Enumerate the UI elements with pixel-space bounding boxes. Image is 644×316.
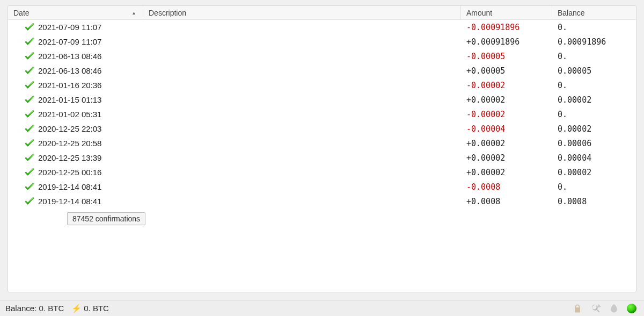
table-row[interactable]: 2021-07-09 11:07+0.000918960.00091896 [8, 34, 636, 49]
seed-icon[interactable] [609, 303, 619, 314]
confirmed-check-icon [24, 197, 35, 206]
table-row[interactable]: 2019-12-14 08:41-0.00080. [8, 179, 636, 194]
tx-amount: -0.00002 [461, 78, 552, 92]
tx-date: 2021-01-15 01:13 [38, 95, 101, 104]
tx-balance: 0. [552, 78, 636, 92]
column-header-amount-label: Amount [466, 9, 492, 17]
tx-date: 2021-01-02 05:31 [38, 110, 101, 119]
table-row[interactable]: 2021-06-13 08:46-0.000050. [8, 49, 636, 63]
sort-indicator-icon: ▴ [133, 10, 137, 16]
table-row[interactable]: 2019-12-14 08:41+0.00080.0008 [8, 194, 636, 209]
column-header-description-label: Description [149, 9, 186, 17]
tx-description [143, 63, 461, 78]
table-row[interactable]: 2021-06-13 08:46+0.000050.00005 [8, 63, 636, 78]
table-row[interactable]: 2021-01-02 05:31-0.000020. [8, 107, 636, 121]
confirmed-check-icon [24, 183, 35, 191]
table-row[interactable]: 2020-12-25 13:39+0.000020.00004 [8, 150, 636, 165]
tx-amount: +0.00005 [461, 63, 552, 78]
tx-amount: -0.00002 [461, 107, 552, 121]
tx-amount: -0.0008 [461, 179, 552, 194]
tx-balance: 0.00002 [552, 121, 636, 136]
status-balance: Balance: 0. BTC [5, 304, 64, 313]
tx-date: 2020-12-25 00:16 [38, 168, 101, 177]
status-bar: Balance: 0. BTC ⚡ 0. BTC [0, 300, 644, 316]
column-header-balance[interactable]: Balance [552, 6, 636, 19]
table-header: Date ▴ Description Amount Balance [8, 6, 636, 20]
table-row[interactable]: 2020-12-25 00:16+0.000020.00002 [8, 165, 636, 179]
tx-amount: +0.00002 [461, 92, 552, 107]
tx-balance: 0.00002 [552, 165, 636, 179]
lock-icon[interactable] [572, 303, 583, 314]
tx-amount: -0.00005 [461, 49, 552, 63]
tx-description [143, 179, 461, 194]
transaction-list: 2021-07-09 11:07-0.000918960.2021-07-09 … [8, 20, 636, 292]
status-balance-value: 0. BTC [39, 304, 64, 313]
confirmed-check-icon [24, 81, 35, 90]
tx-description [143, 136, 461, 150]
tx-description [143, 92, 461, 107]
tx-description [143, 78, 461, 92]
confirmed-check-icon [24, 23, 35, 32]
column-header-balance-label: Balance [558, 9, 585, 17]
tx-balance: 0. [552, 20, 636, 34]
network-status-icon[interactable] [627, 304, 636, 313]
tx-date: 2020-12-25 22:03 [38, 124, 101, 133]
tx-description [143, 107, 461, 121]
tx-balance: 0.00002 [552, 92, 636, 107]
tx-balance: 0.0008 [552, 194, 636, 209]
confirmed-check-icon [24, 67, 35, 75]
tx-amount: -0.00091896 [461, 20, 552, 34]
tx-amount: +0.00002 [461, 136, 552, 150]
column-header-date-label: Date [13, 9, 30, 17]
tools-icon[interactable] [590, 303, 601, 314]
column-header-description[interactable]: Description [143, 6, 461, 19]
table-row[interactable]: 2020-12-25 20:58+0.000020.00006 [8, 136, 636, 150]
confirmed-check-icon [24, 139, 35, 148]
confirmed-check-icon [24, 125, 35, 133]
tx-balance: 0.00004 [552, 150, 636, 165]
tx-description [143, 121, 461, 136]
tx-description [143, 150, 461, 165]
confirmed-check-icon [24, 110, 35, 119]
status-lightning: ⚡ 0. BTC [71, 304, 109, 313]
status-lightning-value: 0. BTC [84, 304, 109, 313]
tx-amount: +0.00002 [461, 165, 552, 179]
tx-description [143, 194, 461, 209]
tx-description [143, 20, 461, 34]
confirmed-check-icon [24, 52, 35, 61]
tx-date: 2019-12-14 08:41 [38, 197, 101, 206]
tx-description [143, 49, 461, 63]
table-row[interactable]: 2021-01-15 01:13+0.000020.00002 [8, 92, 636, 107]
tx-date: 2021-01-16 20:36 [38, 81, 101, 90]
tx-balance: 0. [552, 179, 636, 194]
confirmed-check-icon [24, 96, 35, 104]
tx-balance: 0.00005 [552, 63, 636, 78]
confirmed-check-icon [24, 154, 35, 162]
status-balance-label: Balance: [5, 304, 36, 313]
tx-balance: 0.00006 [552, 136, 636, 150]
tx-description [143, 34, 461, 49]
table-row[interactable]: 2021-01-16 20:36-0.000020. [8, 78, 636, 92]
tx-date: 2019-12-14 08:41 [38, 182, 101, 191]
tx-date: 2021-06-13 08:46 [38, 66, 101, 75]
tx-balance: 0. [552, 107, 636, 121]
tx-amount: +0.0008 [461, 194, 552, 209]
tx-balance: 0. [552, 49, 636, 63]
table-row[interactable]: 2020-12-25 22:03-0.000040.00002 [8, 121, 636, 136]
column-header-amount[interactable]: Amount [461, 6, 552, 19]
confirmed-check-icon [24, 168, 35, 177]
lightning-icon: ⚡ [71, 304, 82, 313]
confirmation-tooltip: 87452 confirmations [67, 212, 145, 225]
tx-date: 2021-07-09 11:07 [38, 23, 101, 32]
tx-date: 2021-07-09 11:07 [38, 37, 101, 46]
tx-amount: +0.00091896 [461, 34, 552, 49]
tx-amount: +0.00002 [461, 150, 552, 165]
confirmation-tooltip-text: 87452 confirmations [72, 214, 140, 223]
tx-date: 2020-12-25 13:39 [38, 153, 101, 162]
tx-date: 2021-06-13 08:46 [38, 52, 101, 61]
column-header-date[interactable]: Date ▴ [8, 6, 143, 19]
tx-amount: -0.00004 [461, 121, 552, 136]
table-row[interactable]: 2021-07-09 11:07-0.000918960. [8, 20, 636, 34]
tx-balance: 0.00091896 [552, 34, 636, 49]
confirmed-check-icon [24, 38, 35, 46]
